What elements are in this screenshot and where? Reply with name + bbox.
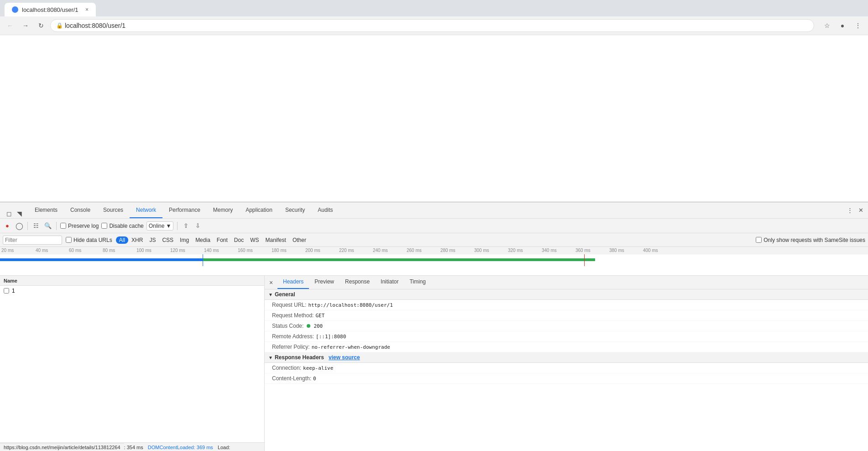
filter-css[interactable]: CSS xyxy=(159,236,177,244)
disable-cache-label[interactable]: Disable cache xyxy=(101,223,143,229)
disable-cache-checkbox[interactable] xyxy=(101,223,107,229)
filter-ws[interactable]: WS xyxy=(247,236,262,244)
account-icon[interactable]: ● xyxy=(836,19,849,32)
tick-40ms: 40 ms xyxy=(34,247,48,254)
forward-button[interactable]: → xyxy=(19,19,32,32)
browser-chrome: localhost:8080/user/1 × ← → ↻ 🔒 localhos… xyxy=(0,0,868,35)
filter-img[interactable]: Img xyxy=(177,236,192,244)
filter-other[interactable]: Other xyxy=(289,236,309,244)
filter-input[interactable] xyxy=(3,236,62,245)
detail-tab-initiator[interactable]: Initiator xyxy=(375,276,404,289)
tick-240ms: 240 ms xyxy=(371,247,388,254)
search-icon[interactable]: 🔍 xyxy=(43,221,52,231)
clear-icon[interactable]: ◯ xyxy=(15,221,24,231)
requests-panel: Name 1 1 requests 121 B transferred 0 B … xyxy=(0,276,265,451)
detail-tab-timing[interactable]: Timing xyxy=(404,276,431,289)
connection-label: Connection: xyxy=(272,365,301,371)
tab-favicon xyxy=(12,6,18,13)
general-section-header[interactable]: ▼ General xyxy=(265,289,868,300)
tick-280ms: 280 ms xyxy=(439,247,455,254)
filter-font[interactable]: Font xyxy=(214,236,231,244)
tab-performance[interactable]: Performance xyxy=(162,202,207,218)
tab-console[interactable]: Console xyxy=(64,202,97,218)
tick-80ms: 80 ms xyxy=(101,247,115,254)
preserve-log-checkbox[interactable] xyxy=(60,223,66,229)
tab-bar: localhost:8080/user/1 × xyxy=(0,0,868,16)
address-bar-icons: ☆ ● ⋮ xyxy=(821,19,864,32)
tab-security[interactable]: Security xyxy=(279,202,311,218)
hide-data-urls-label[interactable]: Hide data URLs xyxy=(66,237,112,243)
main-panel: Name 1 1 requests 121 B transferred 0 B … xyxy=(0,276,868,451)
record-icon[interactable]: ● xyxy=(3,221,12,231)
request-checkbox[interactable] xyxy=(4,288,9,294)
upload-icon[interactable]: ⇧ xyxy=(181,221,190,231)
bookmark-icon[interactable]: ☆ xyxy=(821,19,833,32)
name-column-header: Name xyxy=(4,278,17,283)
back-button[interactable]: ← xyxy=(4,19,16,32)
address-bar[interactable]: 🔒 localhost:8080/user/1 xyxy=(50,19,814,32)
inspect-icon[interactable]: ◻ xyxy=(5,209,14,218)
referrer-policy-row: Referrer Policy: no-referrer-when-downgr… xyxy=(265,342,868,352)
browser-tab[interactable]: localhost:8080/user/1 × xyxy=(5,3,96,16)
status-code-row: Status Code: 200 xyxy=(265,321,868,331)
request-method-row: Request Method: GET xyxy=(265,310,868,321)
view-source-link[interactable]: view source xyxy=(329,354,360,361)
request-name: 1 xyxy=(12,288,15,294)
filter-manifest[interactable]: Manifest xyxy=(262,236,289,244)
tick-20ms: 20 ms xyxy=(0,247,14,254)
filter-js[interactable]: JS xyxy=(146,236,159,244)
detail-close-button[interactable]: × xyxy=(265,276,277,289)
more-icon[interactable]: ⋮ xyxy=(852,19,864,32)
filter-icon[interactable]: ☷ xyxy=(31,221,41,231)
tab-application[interactable]: Application xyxy=(239,202,279,218)
download-icon[interactable]: ⇩ xyxy=(193,221,202,231)
close-devtools-icon[interactable]: ✕ xyxy=(856,206,865,215)
tab-close-icon[interactable]: × xyxy=(85,6,89,13)
three-dot-icon[interactable]: ⋮ xyxy=(845,206,854,215)
hide-data-urls-checkbox[interactable] xyxy=(66,237,72,243)
online-select[interactable]: Online ▼ xyxy=(146,221,174,231)
filter-xhr[interactable]: XHR xyxy=(128,236,146,244)
online-arrow: ▼ xyxy=(166,223,171,229)
preserve-log-label[interactable]: Preserve log xyxy=(60,223,99,229)
tab-network[interactable]: Network xyxy=(130,202,162,218)
filter-all[interactable]: All xyxy=(116,236,128,244)
filter-doc[interactable]: Doc xyxy=(231,236,247,244)
connection-val: keep-alive xyxy=(303,365,333,371)
request-url-label: Request URL: xyxy=(272,302,306,308)
timeline-red-line xyxy=(584,254,585,266)
samesite-label[interactable]: Only show requests with SameSite issues xyxy=(756,237,865,243)
bottom-url-bar: https://blog.csdn.net/meijin/article/det… xyxy=(0,443,124,451)
domcontentloaded-time[interactable]: DOMContentLoaded: 369 ms xyxy=(148,445,213,450)
detail-tab-preview[interactable]: Preview xyxy=(309,276,340,289)
tick-320ms: 320 ms xyxy=(507,247,523,254)
detail-content: ▼ General Request URL: http://localhost:… xyxy=(265,289,868,451)
status-code-label: Status Code: xyxy=(272,323,303,329)
page-content xyxy=(0,35,868,202)
devtools-tabs-row: ◻ ◥ Elements Console Sources Network Per… xyxy=(0,202,868,219)
reload-button[interactable]: ↻ xyxy=(35,19,47,32)
detail-tab-headers[interactable]: Headers xyxy=(277,276,309,289)
devtools-tabs: ◻ ◥ Elements Console Sources Network Per… xyxy=(0,202,842,219)
response-headers-section-header[interactable]: ▼ Response Headers view source xyxy=(265,352,868,363)
content-length-label: Content-Length: xyxy=(272,375,311,382)
separator-2 xyxy=(56,222,57,230)
separator-3 xyxy=(177,222,178,230)
load-label: Load: xyxy=(218,445,230,450)
preserve-log-text: Preserve log xyxy=(68,223,99,229)
tab-memory[interactable]: Memory xyxy=(207,202,239,218)
filter-media[interactable]: Media xyxy=(192,236,214,244)
timeline-blue-line xyxy=(203,254,203,266)
samesite-checkbox[interactable] xyxy=(756,237,762,243)
tab-sources[interactable]: Sources xyxy=(97,202,130,218)
tick-400ms: 400 ms xyxy=(642,247,658,254)
connection-row: Connection: keep-alive xyxy=(265,363,868,373)
detail-tab-response[interactable]: Response xyxy=(340,276,375,289)
request-row[interactable]: 1 xyxy=(0,286,264,296)
requests-list: 1 xyxy=(0,286,264,442)
tick-180ms: 180 ms xyxy=(270,247,287,254)
content-length-val: 0 xyxy=(313,376,316,382)
tab-audits[interactable]: Audits xyxy=(311,202,339,218)
device-icon[interactable]: ◥ xyxy=(15,209,24,218)
tab-elements[interactable]: Elements xyxy=(28,202,64,218)
